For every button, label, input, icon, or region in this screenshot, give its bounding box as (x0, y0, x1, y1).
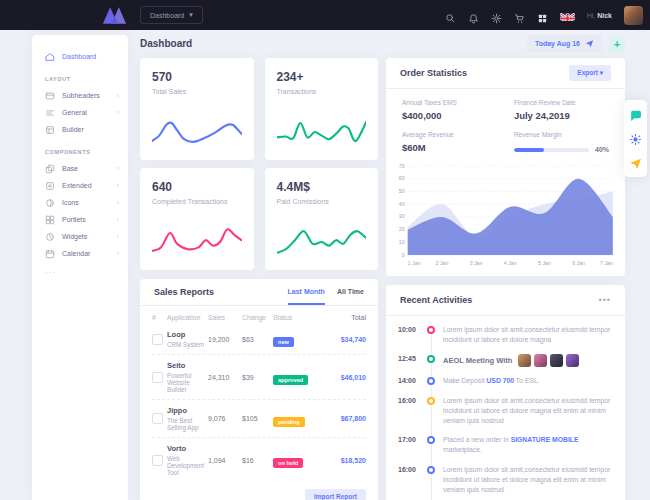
cart-icon[interactable] (514, 10, 525, 21)
sidebar-item-icons[interactable]: Icons › (32, 194, 128, 211)
attendee-avatar[interactable] (550, 354, 563, 367)
right-column: Order Statistics Export ▾ Annual Taxes E… (386, 58, 625, 500)
today-date-label: Today Aug 16 (535, 40, 580, 47)
bell-icon[interactable] (468, 10, 479, 21)
sales-table-header: #ApplicationSalesChangeStatusTotal (152, 306, 366, 324)
subheader: Dashboard Today Aug 16 + (140, 35, 625, 52)
activity-text: Lorem ipsum dolor sit amit,consectetur e… (443, 325, 611, 345)
stat-value: 4.4M$ (277, 180, 367, 194)
svg-text:2 Jan: 2 Jan (436, 260, 449, 266)
sales-reports-card: Sales Reports Last Month All Time #Appli… (140, 279, 378, 500)
ellipsis-menu-icon[interactable]: ••• (599, 295, 611, 305)
sidebar-item-portlets[interactable]: Portlets › (32, 211, 128, 228)
language-flag-icon[interactable] (560, 10, 575, 21)
total-value: $46,010 (319, 374, 366, 381)
timeline-item: 16:00 Lorem ipsum dolor sit amit,consect… (398, 465, 611, 496)
change-value: $63 (242, 336, 273, 343)
attendee-avatar[interactable] (518, 354, 531, 367)
sales-value: 9,076 (208, 415, 242, 422)
chevron-right-icon: › (117, 182, 119, 189)
progress-value: 40% (595, 146, 609, 153)
recent-activities-header: Recent Activities ••• (386, 285, 625, 316)
stat-value: 640 (152, 180, 242, 194)
brand-logo-icon[interactable] (101, 5, 128, 25)
svg-text:3 Jan: 3 Jan (470, 260, 483, 266)
sidebar-item-builder[interactable]: Builder (32, 121, 128, 138)
svg-text:1 Jan: 1 Jan (408, 260, 421, 266)
sidebar-item-dashboard[interactable]: Dashboard (32, 48, 128, 65)
activity-link[interactable]: SIGNATURE MOBILE (511, 436, 579, 443)
quick-send-button[interactable] (629, 156, 642, 169)
application-name[interactable]: Vorto (167, 444, 208, 453)
sidebar-item-general[interactable]: General › (32, 104, 128, 121)
total-value: $67,800 (319, 415, 366, 422)
stat-label: Completed Transactions (152, 198, 242, 205)
gear-solid-icon (629, 133, 642, 146)
sidebar-item-calendar[interactable]: Calendar › (32, 245, 128, 262)
activity-link[interactable]: USD 700 (486, 377, 514, 384)
sidebar-item-subheaders[interactable]: Subheaders › (32, 87, 128, 104)
timeline-dot-icon (427, 466, 435, 474)
chat-icon (629, 109, 642, 122)
gear-icon (491, 13, 502, 24)
sidebar-item-extended[interactable]: Extended › (32, 177, 128, 194)
row-checkbox[interactable] (152, 372, 163, 383)
sidebar-section-label: COMPONENTS (32, 138, 128, 160)
meeting-label: AEOL Meeting With (443, 356, 512, 365)
import-report-button[interactable]: Import Report (305, 489, 366, 500)
extended-icon (45, 181, 55, 191)
chevron-right-icon: › (117, 92, 119, 99)
activities-timeline: 10:00 Lorem ipsum dolor sit amit,consect… (386, 316, 625, 500)
svg-text:40: 40 (399, 201, 405, 207)
icons-icon (45, 198, 55, 208)
application-name[interactable]: Jippo (167, 406, 208, 415)
activity-time: 16:00 (398, 396, 424, 404)
send-icon (629, 157, 642, 170)
navbar-dashboard-dropdown[interactable]: Dashboard ▾ (140, 6, 203, 24)
sidebar-item-widgets[interactable]: Widgets › (32, 228, 128, 245)
sidebar-more-item[interactable]: ··· (32, 262, 128, 283)
attendee-avatar[interactable] (566, 354, 579, 367)
bell-icon (468, 13, 479, 24)
sales-value: 19,200 (208, 336, 242, 343)
chevron-right-icon: › (117, 250, 119, 257)
sidebar-section-label: LAYOUT (32, 65, 128, 87)
add-button[interactable]: + (609, 36, 625, 52)
activity-time: 14:00 (398, 376, 424, 384)
activity-time: 16:00 (398, 465, 424, 473)
tab-last-month[interactable]: Last Month (288, 279, 325, 305)
chevron-right-icon: › (117, 109, 119, 116)
chevron-right-icon: › (117, 165, 119, 172)
export-button[interactable]: Export ▾ (569, 65, 611, 81)
base-icon (45, 164, 55, 174)
application-name[interactable]: Seito (167, 361, 208, 370)
total-value: $34,740 (319, 336, 366, 343)
svg-text:70: 70 (399, 163, 405, 169)
application-description: CRM System (167, 341, 208, 348)
activity-time: 12:45 (398, 354, 424, 362)
grid-icon[interactable] (537, 10, 548, 21)
tab-all-time[interactable]: All Time (337, 279, 364, 305)
chevron-right-icon: › (117, 233, 119, 240)
svg-text:7 Jan: 7 Jan (600, 260, 613, 266)
row-checkbox[interactable] (152, 413, 163, 424)
sparkline-chart (277, 224, 367, 260)
row-checkbox[interactable] (152, 334, 163, 345)
quick-gear-solid-button[interactable] (629, 132, 642, 145)
user-greeting[interactable]: Hi,Nick (587, 12, 612, 19)
stat-card: 640 Completed Transactions (140, 168, 254, 270)
search-icon[interactable] (445, 10, 456, 21)
table-row: Seito Powerful Website Builder 24,310 $3… (152, 355, 366, 400)
attendee-avatar[interactable] (534, 354, 547, 367)
user-avatar[interactable] (624, 6, 643, 25)
svg-text:20: 20 (399, 226, 405, 232)
row-checkbox[interactable] (152, 455, 163, 466)
sales-value: 24,310 (208, 374, 242, 381)
gear-icon[interactable] (491, 10, 502, 21)
quick-chat-button[interactable] (629, 108, 642, 121)
sidebar-item-base[interactable]: Base › (32, 160, 128, 177)
today-date-button[interactable]: Today Aug 16 (527, 35, 602, 52)
sales-reports-footer: Import Report (140, 482, 378, 500)
change-value: $39 (242, 374, 273, 381)
application-name[interactable]: Loop (167, 330, 208, 339)
